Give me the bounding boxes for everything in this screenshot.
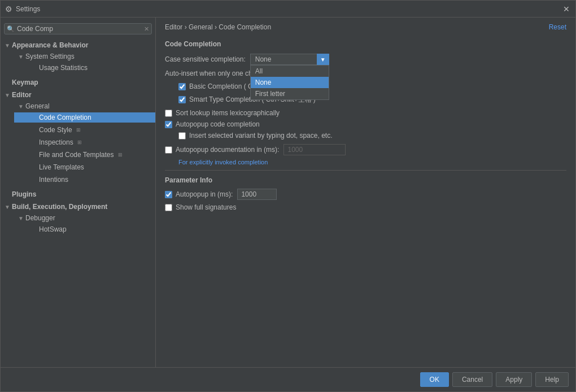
sidebar-item-label: Appearance & Behavior [12,41,88,49]
sidebar-item-file-code-templates[interactable]: File and Code Templates ⊞ [14,149,155,161]
sidebar-item-system-settings[interactable]: ▼ System Settings Usage Statistics [7,50,155,75]
content-area: Code Completion Case sensitive completio… [156,34,575,367]
help-button[interactable]: Help [535,372,569,387]
autopopup-doc-value [283,144,346,155]
show-full-signatures-label: Show full signatures [176,203,236,211]
sidebar-item-keymap[interactable]: Keymap [1,76,155,89]
sidebar-item-debugger[interactable]: ▼ Debugger HotSwap [7,212,155,237]
autopopup-completion-checkbox[interactable] [165,121,172,128]
insert-selected-label: Insert selected variant by typing dot, s… [189,132,332,140]
window-title: Settings [16,5,562,13]
sidebar-item-label: Code Style [39,126,72,134]
expand-arrow: ▼ [16,215,25,221]
icon-badge: ⊞ [76,138,84,146]
sidebar-item-label: Intentions [39,176,68,184]
sort-lookup-checkbox[interactable] [165,110,172,117]
insert-selected-row: Insert selected variant by typing dot, s… [178,132,566,140]
icon-badge: ⊞ [116,151,124,159]
autopopup-ms-label: Autopopup in (ms): [176,190,233,198]
hint-text: For explicitly invoked completion [178,159,566,165]
insert-selected-checkbox[interactable] [178,132,186,140]
param-info-title: Parameter Info [165,176,566,184]
sidebar-item-label: Inspections [39,138,73,146]
sidebar-item-label: Plugins [12,190,36,198]
sort-lookup-label: Sort lookup items lexicographically [176,109,280,117]
expand-arrow: ▼ [3,204,12,210]
sidebar-item-plugins[interactable]: Plugins [1,188,155,201]
close-button[interactable]: ✕ [562,5,571,14]
autopopup-ms-checkbox[interactable] [165,191,172,198]
sidebar-item-hotswap[interactable]: HotSwap [14,223,155,236]
auto-insert-row: Auto-insert when only one choice on: [165,69,566,77]
autopopup-completion-row: Autopopup code completion [165,120,566,128]
smart-completion-checkbox[interactable] [178,96,186,103]
main-content: 🔍 ✕ ▼ Appearance & Behavior ▼ System Set… [1,18,575,367]
sidebar-item-code-style[interactable]: Code Style ⊞ [14,124,155,136]
sidebar-item-editor[interactable]: ▼ Editor ▼ General Code C [1,89,155,188]
footer: OK Cancel Apply Help [1,367,575,391]
sidebar-item-label: Debugger [25,214,55,222]
section-title: Code Completion [165,40,566,48]
sidebar-item-live-templates[interactable]: Live Templates [14,161,155,173]
search-input[interactable] [17,25,144,33]
sidebar-item-label: Code Completion [39,114,91,121]
case-sensitive-label: Case sensitive completion: [165,55,246,63]
autopopup-ms-value[interactable] [237,189,277,200]
search-box: 🔍 ✕ [4,23,152,34]
search-icon: 🔍 [7,25,15,33]
sidebar-item-intentions[interactable]: Intentions [14,173,155,186]
dropdown-option-all[interactable]: All [251,66,329,77]
sidebar-item-appearance[interactable]: ▼ Appearance & Behavior ▼ System Setting… [1,39,155,76]
autopopup-doc-label: Autopopup documentation in (ms): [176,146,279,154]
breadcrumb: Editor › General › Code Completion [165,23,271,31]
expand-arrow: ▼ [3,42,12,49]
smart-completion-row: Smart Type Completion ( Ctrl+Shift+空格 ) [178,95,566,104]
case-sensitive-row: Case sensitive completion: All None Firs… [165,54,566,65]
right-panel: Editor › General › Code Completion Reset… [156,18,575,367]
sidebar-item-label: Build, Execution, Deployment [12,203,107,211]
settings-window: ⚙ Settings ✕ 🔍 ✕ ▼ Appearance & Behavior [0,0,576,392]
sidebar-item-label: System Settings [25,53,75,60]
dropdown-open-list: All None First letter [250,65,329,100]
basic-completion-row: Basic Completion ( Ctrl+空格 ) [178,82,566,92]
autopopup-doc-row: Autopopup documentation in (ms): [165,144,566,155]
sort-lookup-row: Sort lookup items lexicographically [165,109,566,117]
basic-completion-checkbox[interactable] [178,83,186,90]
cancel-button[interactable]: Cancel [452,372,492,387]
settings-icon: ⚙ [5,5,12,14]
expand-arrow: ▼ [3,92,12,98]
sidebar-item-inspections[interactable]: Inspections ⊞ [14,136,155,149]
sidebar-item-label: Keymap [12,79,38,86]
sidebar-item-label: HotSwap [39,225,67,233]
autopopup-ms-row: Autopopup in (ms): [165,189,566,200]
param-info-section: Parameter Info Autopopup in (ms): Show f… [165,176,566,211]
dropdown-wrapper: All None First letter ▼ All None First l… [250,54,329,65]
sidebar-item-label: Live Templates [39,163,84,171]
reset-button[interactable]: Reset [549,23,566,31]
show-full-signatures-row: Show full signatures [165,203,566,211]
dropdown-option-first-letter[interactable]: First letter [251,88,329,99]
icon-badge: ⊞ [75,126,82,134]
sidebar-item-usage-statistics[interactable]: Usage Statistics [14,62,155,74]
sidebar-item-general[interactable]: ▼ General Code Completion [7,100,155,187]
breadcrumb-bar: Editor › General › Code Completion Reset [156,18,575,34]
show-full-signatures-checkbox[interactable] [165,204,172,211]
sidebar-item-label: General [25,102,50,110]
sidebar-item-label: File and Code Templates [39,151,114,159]
sidebar: 🔍 ✕ ▼ Appearance & Behavior ▼ System Set… [1,18,156,367]
dropdown-option-none[interactable]: None [251,77,329,88]
ok-button[interactable]: OK [420,372,449,387]
sidebar-item-build-exec[interactable]: ▼ Build, Execution, Deployment ▼ Debugge… [1,201,155,238]
divider [165,170,566,171]
sidebar-item-label: Editor [12,91,32,99]
autopopup-completion-label: Autopopup code completion [176,120,260,128]
sidebar-item-label: Usage Statistics [39,64,88,72]
expand-arrow: ▼ [16,103,25,110]
apply-button[interactable]: Apply [496,372,532,387]
case-sensitive-dropdown[interactable]: All None First letter [250,54,329,65]
clear-search-button[interactable]: ✕ [144,25,149,33]
sidebar-item-code-completion[interactable]: Code Completion [14,111,155,124]
autopopup-doc-checkbox[interactable] [165,146,172,154]
expand-arrow: ▼ [16,54,25,60]
title-bar: ⚙ Settings ✕ [1,1,575,18]
